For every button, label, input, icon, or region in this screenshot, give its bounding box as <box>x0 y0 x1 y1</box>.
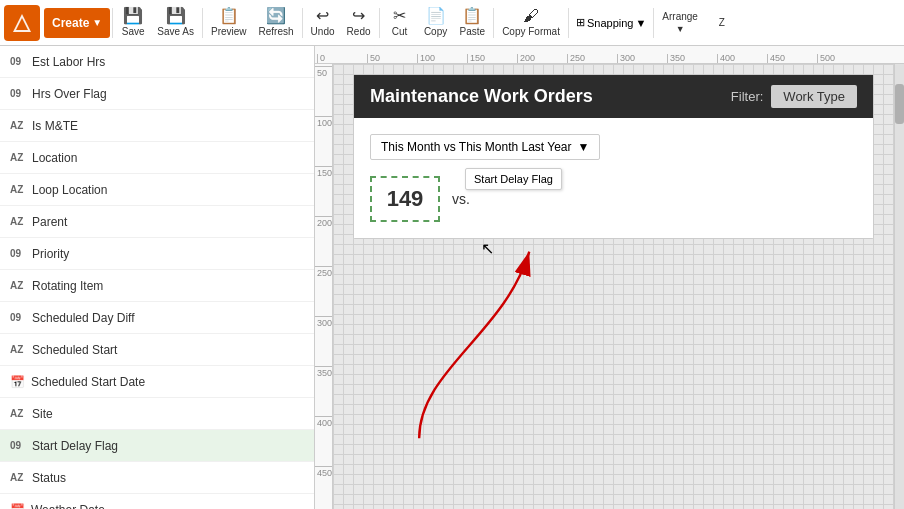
save-as-button[interactable]: 💾 Save As <box>151 0 200 45</box>
sidebar-label: Site <box>32 407 304 421</box>
sidebar-item-scheduled-start-date[interactable]: 📅 Scheduled Start Date <box>0 366 314 398</box>
main-layout: 09 Est Labor Hrs 09 Hrs Over Flag AZ Is … <box>0 46 904 509</box>
sidebar-label: Parent <box>32 215 304 229</box>
sidebar-type: AZ <box>10 408 32 419</box>
ruler-left-mark: 450 <box>315 466 332 509</box>
sidebar-label: Scheduled Start Date <box>31 375 304 389</box>
snapping-chevron-icon: ▼ <box>635 17 646 29</box>
create-chevron-icon: ▼ <box>92 17 102 28</box>
save-button[interactable]: 💾 Save <box>115 0 151 45</box>
sidebar-item-scheduled-day-diff[interactable]: 09 Scheduled Day Diff <box>0 302 314 334</box>
divider-3 <box>302 8 303 38</box>
sidebar-item-parent[interactable]: AZ Parent <box>0 206 314 238</box>
copy-icon: 📄 <box>426 8 446 24</box>
ruler-left-mark: 300 <box>315 316 332 366</box>
dashboard-title: Maintenance Work Orders <box>370 86 593 107</box>
sidebar-item-loop-location[interactable]: AZ Loop Location <box>0 174 314 206</box>
sidebar-label: Loop Location <box>32 183 304 197</box>
dropdown-chevron-icon: ▼ <box>578 140 590 154</box>
date-selector: This Month vs This Month Last Year ▼ <box>370 134 857 160</box>
sidebar-label: Weather Date <box>31 503 304 510</box>
ruler-mark: 100 <box>417 54 467 63</box>
paste-button[interactable]: 📋 Paste <box>454 0 492 45</box>
sidebar-type: 09 <box>10 248 32 259</box>
refresh-button[interactable]: 🔄 Refresh <box>253 0 300 45</box>
sidebar-label: Scheduled Day Diff <box>32 311 304 325</box>
sidebar-type: AZ <box>10 216 32 227</box>
sidebar-item-location[interactable]: AZ Location <box>0 142 314 174</box>
sidebar-item-est-labor-hrs[interactable]: 09 Est Labor Hrs <box>0 46 314 78</box>
sidebar-type: AZ <box>10 472 32 483</box>
cut-icon: ✂ <box>393 8 406 24</box>
paste-icon: 📋 <box>462 8 482 24</box>
cursor-icon: ↖ <box>481 239 494 258</box>
ruler-left-mark: 100 <box>315 116 332 166</box>
refresh-icon: 🔄 <box>266 8 286 24</box>
ruler-mark: 500 <box>817 54 867 63</box>
sidebar-label: Location <box>32 151 304 165</box>
arrange-button[interactable]: Arrange ▼ <box>656 0 704 45</box>
create-label: Create <box>52 16 89 30</box>
sidebar-type: 09 <box>10 440 32 451</box>
divider-7 <box>653 8 654 38</box>
calendar-icon: 📅 <box>10 375 25 389</box>
sidebar-label: Hrs Over Flag <box>32 87 304 101</box>
canvas-area: 0 50 100 150 200 250 300 350 400 450 500… <box>315 46 904 509</box>
toolbar: Create ▼ 💾 Save 💾 Save As 📋 Preview 🔄 Re… <box>0 0 904 46</box>
ruler-mark: 150 <box>467 54 517 63</box>
metric-box: 149 <box>370 176 440 222</box>
create-button[interactable]: Create ▼ <box>44 8 110 38</box>
dashboard-filter: Filter: Work Type <box>731 85 857 108</box>
sidebar-type: AZ <box>10 280 32 291</box>
app-logo[interactable] <box>4 5 40 41</box>
sidebar-item-weather-date[interactable]: 📅 Weather Date <box>0 494 314 509</box>
sidebar-item-site[interactable]: AZ Site <box>0 398 314 430</box>
scrollbar-thumb[interactable] <box>895 84 904 124</box>
sidebar: 09 Est Labor Hrs 09 Hrs Over Flag AZ Is … <box>0 46 315 509</box>
sidebar-type: 09 <box>10 56 32 67</box>
preview-button[interactable]: 📋 Preview <box>205 0 253 45</box>
copy-format-button[interactable]: 🖌 Copy Format <box>496 0 566 45</box>
sidebar-item-start-delay-flag[interactable]: 09 Start Delay Flag <box>0 430 314 462</box>
copy-button[interactable]: 📄 Copy <box>418 0 454 45</box>
metric-row: 149 vs. Start Delay Flag <box>370 176 857 222</box>
divider-5 <box>493 8 494 38</box>
tooltip: Start Delay Flag <box>465 168 562 190</box>
snapping-button[interactable]: ⊞ Snapping ▼ <box>571 14 651 31</box>
ruler-mark: 450 <box>767 54 817 63</box>
sidebar-item-is-mte[interactable]: AZ Is M&TE <box>0 110 314 142</box>
sidebar-label: Start Delay Flag <box>32 439 304 453</box>
date-dropdown[interactable]: This Month vs This Month Last Year ▼ <box>370 134 600 160</box>
snapping-icon: ⊞ <box>576 16 585 29</box>
undo-icon: ↩ <box>316 8 329 24</box>
redo-button[interactable]: ↪ Redo <box>341 0 377 45</box>
sidebar-item-hrs-over-flag[interactable]: 09 Hrs Over Flag <box>0 78 314 110</box>
ruler-mark: 50 <box>367 54 417 63</box>
undo-button[interactable]: ↩ Undo <box>305 0 341 45</box>
filter-label: Filter: <box>731 89 764 104</box>
sidebar-label: Rotating Item <box>32 279 304 293</box>
canvas[interactable]: Maintenance Work Orders Filter: Work Typ… <box>333 64 894 509</box>
divider-4 <box>379 8 380 38</box>
sidebar-item-status[interactable]: AZ Status <box>0 462 314 494</box>
sidebar-label: Status <box>32 471 304 485</box>
sidebar-item-rotating-item[interactable]: AZ Rotating Item <box>0 270 314 302</box>
filter-value: Work Type <box>771 85 857 108</box>
z-button[interactable]: Z <box>704 0 740 45</box>
arrange-chevron-icon: ▼ <box>676 24 685 34</box>
sidebar-type: 09 <box>10 88 32 99</box>
metric-value: 149 <box>387 186 424 211</box>
calendar-icon: 📅 <box>10 503 25 510</box>
cut-button[interactable]: ✂ Cut <box>382 0 418 45</box>
content-panel: 50 100 150 200 250 300 350 400 450 Maint… <box>315 64 904 509</box>
ruler-mark: 400 <box>717 54 767 63</box>
sidebar-item-scheduled-start[interactable]: AZ Scheduled Start <box>0 334 314 366</box>
vs-label: vs. <box>452 191 470 207</box>
vertical-scrollbar[interactable] <box>894 64 904 509</box>
sidebar-type: AZ <box>10 184 32 195</box>
ruler-left: 50 100 150 200 250 300 350 400 450 <box>315 64 333 509</box>
sidebar-label: Scheduled Start <box>32 343 304 357</box>
sidebar-item-priority[interactable]: 09 Priority <box>0 238 314 270</box>
sidebar-label: Is M&TE <box>32 119 304 133</box>
dashboard-body: This Month vs This Month Last Year ▼ 149… <box>354 118 873 238</box>
